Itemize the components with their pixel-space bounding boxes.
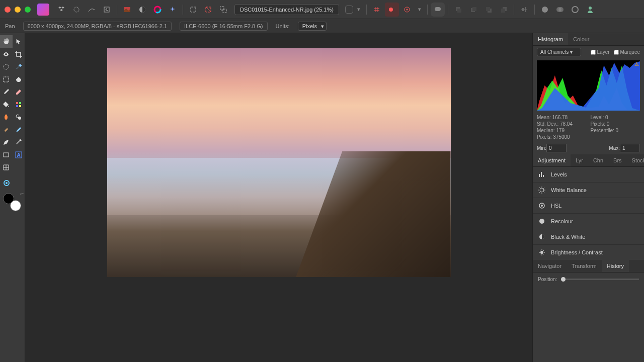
tab-navigator[interactable]: Navigator — [533, 260, 567, 272]
clone-tool[interactable] — [13, 111, 25, 123]
histogram-max-input[interactable] — [620, 144, 640, 152]
shape-tool[interactable] — [0, 148, 13, 161]
pixel-tool[interactable] — [13, 98, 25, 111]
paint-brush-tool[interactable] — [0, 85, 13, 98]
layer-add-icon[interactable] — [538, 3, 552, 17]
arrange-front-icon[interactable] — [497, 3, 511, 17]
arrange-backward-icon[interactable] — [466, 3, 480, 17]
stat-percentile: Percentile: 0 — [591, 128, 640, 133]
auto-icon[interactable] — [166, 3, 180, 17]
tab-brushes[interactable]: Brs — [608, 154, 627, 166]
magic-wand-tool[interactable] — [13, 60, 25, 73]
history-position-slider[interactable] — [561, 279, 639, 280]
tab-history[interactable]: History — [602, 260, 629, 272]
tab-channels[interactable]: Chn — [588, 154, 608, 166]
empty-tool-slot — [13, 161, 25, 173]
tab-stock[interactable]: Stock — [627, 154, 644, 166]
marquee-tool[interactable] — [0, 73, 13, 85]
persona-liquify-icon[interactable] — [69, 3, 84, 17]
view-tool[interactable] — [0, 48, 13, 60]
move-tool[interactable] — [13, 35, 25, 48]
tab-colour[interactable]: Colour — [568, 33, 594, 45]
histogram-min-input[interactable] — [546, 144, 567, 152]
svg-text:A: A — [17, 152, 20, 158]
text-tool[interactable]: A — [13, 148, 25, 161]
swap-colors-icon[interactable]: ⤺ — [20, 191, 24, 197]
snap-icon[interactable] — [370, 3, 384, 17]
adjustment-recolour[interactable]: Recolour — [533, 214, 644, 229]
color-wheel-icon[interactable] — [150, 3, 165, 17]
aspect-icon[interactable] — [345, 6, 353, 14]
adjustment-hsl[interactable]: HSL — [533, 198, 644, 214]
svg-rect-14 — [435, 7, 441, 11]
histogram-layer-checkbox[interactable]: Layer — [591, 49, 610, 55]
dropdown-caret-icon[interactable]: ▾ — [418, 6, 421, 13]
dropdown-caret-icon[interactable]: ▾ — [357, 6, 360, 13]
marquee-rect-icon[interactable] — [186, 3, 200, 17]
window-close-button[interactable] — [5, 7, 11, 13]
arrange-forward-icon[interactable] — [481, 3, 496, 17]
window-maximize-button[interactable] — [25, 7, 31, 13]
erase-tool[interactable] — [13, 85, 25, 98]
arrange-back-icon[interactable] — [451, 3, 465, 17]
eyedropper-tool[interactable] — [13, 136, 25, 148]
stat-pixels: Pixels: 375000 — [537, 134, 587, 140]
levels-icon — [538, 170, 546, 178]
dodge-tool[interactable] — [0, 111, 13, 123]
fill-tool[interactable] — [0, 98, 13, 111]
pan-tool[interactable] — [0, 35, 13, 48]
document-canvas[interactable] — [107, 48, 451, 277]
crop-tool[interactable] — [13, 48, 25, 60]
adjustment-white-balance[interactable]: White Balance — [533, 183, 644, 198]
adjustment-brightness-contrast[interactable]: Brightness / Contrast — [533, 245, 644, 260]
assist-icon[interactable] — [400, 3, 414, 17]
smudge-tool[interactable] — [13, 123, 25, 136]
layer-intersect-icon[interactable] — [553, 3, 567, 17]
photo-icon[interactable] — [120, 3, 134, 17]
reselect-icon[interactable] — [216, 3, 230, 17]
window-minimize-button[interactable] — [15, 7, 21, 13]
healing-tool[interactable] — [0, 123, 13, 136]
svg-rect-18 — [472, 7, 476, 11]
align-icon[interactable] — [517, 3, 531, 17]
adjustment-panel-tabs: Adjustment Lyr Chn Brs Stock — [533, 154, 644, 167]
svg-rect-36 — [19, 105, 21, 107]
units-select[interactable]: Pixels ▾ — [298, 22, 327, 31]
flood-select-tool[interactable] — [13, 73, 25, 85]
color-swatches[interactable]: ⤺ — [3, 193, 21, 211]
persona-develop-icon[interactable] — [85, 3, 99, 17]
chat-icon[interactable] — [431, 3, 445, 17]
pen-tool[interactable] — [0, 136, 13, 148]
mesh-tool[interactable] — [0, 161, 13, 173]
deselect-icon[interactable] — [201, 3, 215, 17]
svg-rect-6 — [191, 7, 196, 12]
history-position-label: Position: — [538, 277, 557, 282]
adjustment-black-white[interactable]: Black & White — [533, 229, 644, 245]
svg-rect-32 — [4, 77, 9, 82]
adjustment-levels[interactable]: Levels — [533, 167, 644, 183]
tab-histogram[interactable]: Histogram — [533, 33, 568, 45]
tab-transform[interactable]: Transform — [567, 260, 602, 272]
contrast-icon[interactable] — [135, 3, 149, 17]
persona-export-icon[interactable] — [100, 3, 114, 17]
selection-brush-tool[interactable] — [0, 60, 13, 73]
histogram-stats: Mean: 166.78 Level: 0 Std. Dev.: 78.04 P… — [533, 113, 644, 142]
quick-mask-tool[interactable] — [0, 176, 13, 189]
svg-point-28 — [558, 7, 564, 12]
histogram-warning-icon: ⚠ — [634, 61, 639, 67]
layer-subtract-icon[interactable] — [568, 3, 582, 17]
persona-layers-icon[interactable] — [54, 3, 68, 17]
histogram-channel-select[interactable]: All Channels ▾ — [537, 48, 581, 56]
svg-rect-40 — [4, 153, 9, 157]
account-icon[interactable] — [583, 3, 597, 17]
history-panel-body: Position: — [533, 273, 644, 286]
record-icon[interactable] — [385, 3, 399, 17]
foreground-color-swatch[interactable] — [10, 200, 21, 211]
hsl-icon — [538, 202, 546, 210]
tab-layers[interactable]: Lyr — [571, 154, 588, 166]
histogram-marquee-checkbox[interactable]: Marquee — [614, 49, 640, 55]
svg-rect-10 — [223, 9, 226, 13]
active-tool-label: Pan — [5, 23, 15, 29]
canvas-area[interactable] — [25, 33, 532, 362]
tab-adjustment[interactable]: Adjustment — [533, 154, 571, 166]
